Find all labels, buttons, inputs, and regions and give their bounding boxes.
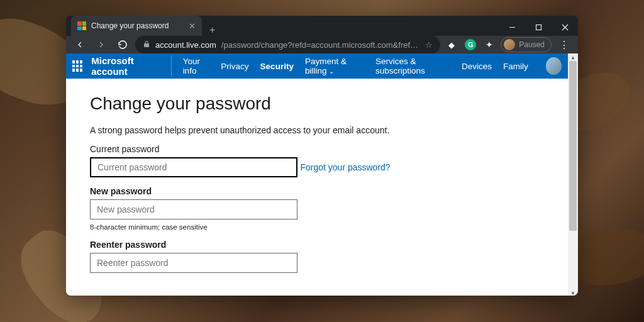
account-avatar[interactable] bbox=[546, 57, 562, 75]
nav-security[interactable]: Security bbox=[260, 62, 294, 71]
nav-services[interactable]: Services & subscriptions bbox=[375, 57, 450, 75]
window-controls bbox=[499, 16, 578, 38]
new-password-label: New password bbox=[90, 186, 544, 196]
nav-payment[interactable]: Payment & billing⌄ bbox=[305, 57, 364, 75]
url-domain: account.live.com bbox=[155, 40, 216, 50]
forward-button[interactable] bbox=[92, 36, 110, 53]
scroll-up-arrow-icon[interactable]: ▲ bbox=[568, 53, 578, 61]
extensions-puzzle-icon[interactable]: ✦ bbox=[482, 37, 497, 52]
chevron-down-icon: ⌄ bbox=[329, 68, 334, 75]
close-tab-icon[interactable]: ✕ bbox=[189, 21, 196, 31]
bookmark-star-icon[interactable]: ☆ bbox=[425, 40, 433, 50]
lock-icon bbox=[143, 40, 150, 50]
microsoft-favicon bbox=[77, 21, 86, 30]
app-launcher-icon[interactable] bbox=[72, 60, 82, 72]
browser-toolbar: account.live.com/password/change?refd=ac… bbox=[66, 36, 578, 53]
extension-icon[interactable]: ◆ bbox=[444, 37, 459, 52]
profile-chip[interactable]: Paused bbox=[501, 37, 552, 52]
svg-rect-1 bbox=[536, 25, 541, 30]
new-tab-button[interactable]: + bbox=[202, 25, 223, 36]
nav-privacy[interactable]: Privacy bbox=[221, 62, 248, 71]
primary-nav: Your info Privacy Security Payment & bil… bbox=[183, 57, 528, 75]
page-title: Change your password bbox=[90, 94, 544, 114]
browser-tab[interactable]: Change your password ✕ bbox=[71, 16, 202, 36]
profile-status: Paused bbox=[519, 40, 545, 49]
current-password-input[interactable] bbox=[90, 157, 297, 177]
scroll-down-arrow-icon[interactable]: ▼ bbox=[568, 289, 578, 296]
brand-title[interactable]: Microsoft account bbox=[91, 55, 171, 77]
close-window-button[interactable] bbox=[552, 16, 578, 38]
current-password-label: Current password bbox=[90, 144, 544, 154]
scrollbar[interactable]: ▲ ▼ bbox=[568, 53, 578, 296]
profile-avatar-icon bbox=[504, 39, 515, 50]
nav-your-info[interactable]: Your info bbox=[183, 57, 210, 75]
scrollbar-thumb[interactable] bbox=[569, 61, 577, 231]
address-bar[interactable]: account.live.com/password/change?refd=ac… bbox=[135, 36, 440, 53]
main-content: Change your password A strong password h… bbox=[66, 79, 568, 296]
minimize-button[interactable] bbox=[499, 16, 525, 38]
password-hint: 8-character minimum; case sensitive bbox=[90, 223, 544, 231]
back-button[interactable] bbox=[71, 36, 89, 53]
forgot-password-link[interactable]: Forgot your password? bbox=[300, 162, 390, 172]
tab-title: Change your password bbox=[91, 21, 184, 30]
page-viewport: Microsoft account Your info Privacy Secu… bbox=[66, 53, 578, 296]
browser-window: Change your password ✕ + account.live.co… bbox=[66, 16, 578, 296]
browser-menu-button[interactable]: ⋮ bbox=[555, 39, 573, 51]
grammarly-extension-icon[interactable]: G bbox=[463, 37, 478, 52]
site-header: Microsoft account Your info Privacy Secu… bbox=[66, 53, 568, 79]
page-subtitle: A strong password helps prevent unauthor… bbox=[90, 125, 544, 135]
reenter-password-label: Reenter password bbox=[90, 240, 544, 250]
reload-button[interactable] bbox=[114, 36, 131, 53]
new-password-input[interactable] bbox=[90, 199, 297, 219]
nav-family[interactable]: Family bbox=[503, 62, 528, 71]
reenter-password-input[interactable] bbox=[90, 253, 297, 273]
url-path: /password/change?refd=account.microsoft.… bbox=[221, 40, 420, 50]
nav-devices[interactable]: Devices bbox=[462, 62, 492, 71]
maximize-button[interactable] bbox=[525, 16, 552, 38]
